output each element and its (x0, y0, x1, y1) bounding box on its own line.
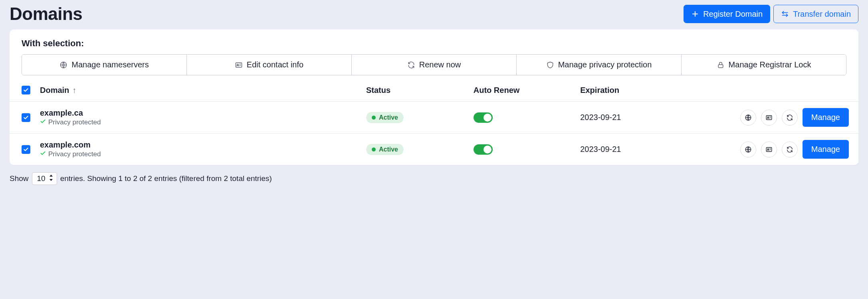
column-header-domain-label: Domain (40, 86, 69, 94)
svg-point-10 (767, 116, 769, 118)
manage-privacy-button[interactable]: Manage privacy protection (517, 55, 682, 75)
sort-asc-icon: ↑ (70, 86, 76, 94)
select-caret-icon (49, 174, 54, 183)
status-badge: Active (366, 112, 404, 123)
domain-name: example.com (40, 140, 357, 150)
status-label: Active (379, 146, 398, 153)
register-domain-label: Register Domain (703, 9, 763, 19)
show-label: Show (10, 174, 29, 183)
page-size-value: 10 (37, 174, 46, 183)
bulk-action-group: Manage nameservers Edit contact info Ren… (22, 54, 846, 75)
manage-nameservers-label: Manage nameservers (71, 60, 149, 69)
with-selection-label: With selection: (22, 38, 846, 49)
svg-rect-7 (718, 65, 723, 68)
manage-button[interactable]: Manage (803, 108, 849, 127)
privacy-label: Privacy protected (48, 118, 101, 126)
transfer-icon (781, 10, 789, 18)
status-dot-icon (372, 148, 376, 151)
svg-rect-9 (766, 115, 772, 120)
expiration-date: 2023-09-21 (580, 145, 621, 153)
column-header-auto-renew[interactable]: Auto Renew (469, 79, 575, 102)
renew-now-button[interactable]: Renew now (352, 55, 517, 75)
edit-contact-label: Edit contact info (247, 60, 303, 69)
column-header-domain[interactable]: Domain ↑ (35, 79, 361, 102)
register-domain-button[interactable]: Register Domain (684, 5, 770, 23)
table-row: example.ca Privacy protected Active (10, 102, 858, 134)
page-size-select[interactable]: 10 (32, 172, 57, 185)
row-nameservers-button[interactable] (740, 110, 756, 126)
table-row: example.com Privacy protected Active (10, 134, 858, 165)
domain-table: Domain ↑ Status Auto Renew Expiration ex… (10, 79, 858, 165)
status-label: Active (379, 114, 398, 121)
row-checkbox[interactable] (22, 113, 30, 122)
page-title: Domains (10, 4, 82, 24)
entries-info: entries. Showing 1 to 2 of 2 entries (fi… (60, 174, 272, 183)
select-all-checkbox[interactable] (22, 86, 30, 94)
globe-icon (59, 61, 67, 69)
row-renew-button[interactable] (782, 110, 798, 126)
manage-lock-button[interactable]: Manage Registrar Lock (682, 55, 846, 75)
refresh-icon (407, 61, 415, 69)
privacy-label: Privacy protected (48, 150, 101, 158)
transfer-domain-button[interactable]: Transfer domain (773, 5, 858, 23)
auto-renew-toggle[interactable] (474, 112, 493, 123)
svg-rect-3 (236, 63, 242, 67)
edit-contact-button[interactable]: Edit contact info (187, 55, 352, 75)
transfer-domain-label: Transfer domain (793, 9, 851, 19)
manage-nameservers-button[interactable]: Manage nameservers (22, 55, 187, 75)
domain-name: example.ca (40, 108, 357, 118)
plus-icon (691, 10, 699, 18)
row-nameservers-button[interactable] (740, 142, 756, 157)
row-contact-button[interactable] (761, 142, 777, 157)
lock-icon (717, 61, 725, 69)
svg-point-4 (237, 64, 238, 65)
auto-renew-toggle[interactable] (474, 144, 493, 155)
check-icon (40, 118, 46, 126)
row-contact-button[interactable] (761, 110, 777, 126)
manage-button[interactable]: Manage (803, 140, 849, 159)
column-header-expiration[interactable]: Expiration (575, 79, 683, 102)
shield-icon (546, 61, 554, 69)
check-icon (40, 150, 46, 158)
row-checkbox[interactable] (22, 145, 30, 154)
manage-privacy-label: Manage privacy protection (558, 60, 652, 69)
row-renew-button[interactable] (782, 142, 798, 157)
contact-card-icon (235, 61, 243, 69)
svg-point-15 (767, 148, 769, 150)
column-header-status[interactable]: Status (361, 79, 469, 102)
status-badge: Active (366, 144, 404, 155)
expiration-date: 2023-09-21 (580, 113, 621, 122)
renew-now-label: Renew now (419, 60, 461, 69)
manage-lock-label: Manage Registrar Lock (729, 60, 811, 69)
status-dot-icon (372, 116, 376, 120)
svg-rect-14 (766, 147, 772, 151)
